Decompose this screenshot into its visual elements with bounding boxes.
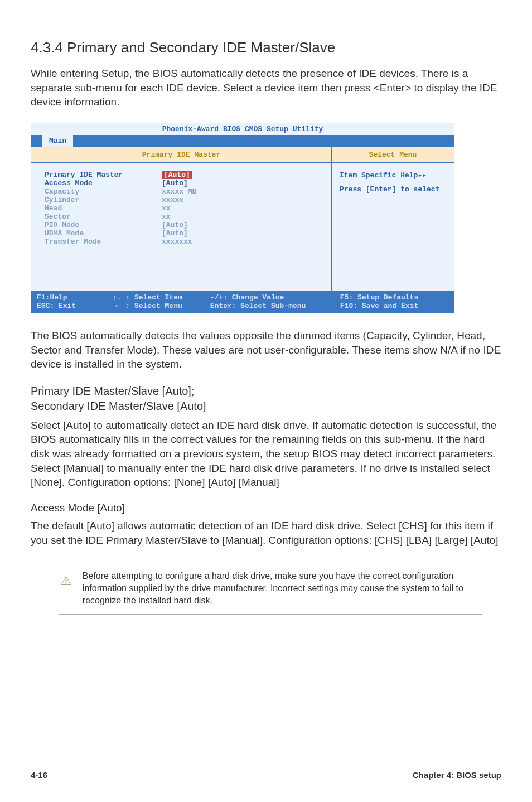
bios-key-help: F1:Help xyxy=(37,293,113,302)
bios-row: PIO Mode[Auto] xyxy=(45,221,318,229)
bios-row-value: [Auto] xyxy=(162,229,188,238)
intro-paragraph: While entering Setup, the BIOS automatic… xyxy=(31,66,501,109)
bios-row: Primary IDE Master[Auto] xyxy=(45,171,318,179)
bios-row: Cylinderxxxxx xyxy=(45,196,318,204)
bios-row-value: xx xyxy=(162,204,171,212)
bios-footer: F1:Help ESC: Exit ↑↓ : Select Item →← : … xyxy=(31,291,454,312)
bios-panel-title: Primary IDE Master xyxy=(31,147,331,162)
bios-help-text: Press [Enter] to select xyxy=(340,185,446,194)
warning-icon xyxy=(61,570,71,591)
bios-tab-row: Main xyxy=(31,135,454,147)
bios-row: Sector xx xyxy=(45,212,318,221)
bios-row-label: Sector xyxy=(45,212,162,221)
bios-key-select-menu: →← : Select Menu xyxy=(113,302,210,310)
bios-row-label: Capacity xyxy=(45,187,162,196)
bios-row: Capacityxxxxx MB xyxy=(45,187,318,196)
note-box: Before attempting to configure a hard di… xyxy=(59,562,482,615)
section-primary-ide-heading: Primary IDE Master/Slave [Auto];Secondar… xyxy=(31,384,501,414)
bios-row-value: [Auto] xyxy=(162,221,188,229)
bios-key-save: F10: Save and Exit xyxy=(340,302,448,310)
svg-point-2 xyxy=(65,583,66,584)
section-heading: 4.3.4 Primary and Secondary IDE Master/S… xyxy=(31,39,501,56)
bios-key-defaults: F5: Setup Defaults xyxy=(340,293,448,302)
bios-row-value: xxxxx MB xyxy=(162,187,196,196)
bios-row-value: [Auto] xyxy=(162,179,188,187)
bios-row-label: Access Mode xyxy=(45,179,162,187)
bios-row-value: xx xyxy=(162,212,171,221)
paragraph-after-bios: The BIOS automatically detects the value… xyxy=(31,328,501,371)
section-access-mode-text: The default [Auto] allows automatic dete… xyxy=(31,519,501,547)
bios-row: Access Mode[Auto] xyxy=(45,179,318,187)
bios-help-title: Item Specific Help xyxy=(340,171,446,180)
bios-row-label: Transfer Mode xyxy=(45,238,162,246)
bios-row-label: UDMA Mode xyxy=(45,229,162,238)
page-number: 4-16 xyxy=(31,770,47,780)
bios-key-exit: ESC: Exit xyxy=(37,302,113,310)
bios-row-value: [Auto] xyxy=(162,171,192,179)
page-chapter: Chapter 4: BIOS setup xyxy=(413,770,501,780)
bios-row-label: Cylinder xyxy=(45,196,162,204)
bios-help-panel: Item Specific Help Press [Enter] to sele… xyxy=(331,163,454,291)
bios-tab-main: Main xyxy=(42,135,73,147)
bios-row-label: PIO Mode xyxy=(45,221,162,229)
bios-row-value: xxxxxxx xyxy=(162,238,192,246)
bios-row-label: Head xyxy=(45,204,162,212)
bios-select-menu: Select Menu xyxy=(331,147,454,162)
bios-row: Transfer Modexxxxxxx xyxy=(45,238,318,246)
bios-row: UDMA Mode[Auto] xyxy=(45,229,318,238)
bios-row: Head xx xyxy=(45,204,318,212)
bios-title: Phoenix-Award BIOS CMOS Setup Utility xyxy=(31,123,454,135)
bios-key-select-item: ↑↓ : Select Item xyxy=(113,293,210,302)
bios-key-submenu: Enter: Select Sub-menu xyxy=(210,302,340,310)
bios-row-value: xxxxx xyxy=(162,196,183,204)
section-primary-ide-text: Select [Auto] to automatically detect an… xyxy=(31,418,501,490)
note-text: Before attempting to configure a hard di… xyxy=(83,570,480,606)
bios-key-change-value: -/+: Change Value xyxy=(210,293,340,302)
bios-settings-list: Primary IDE Master[Auto]Access Mode[Auto… xyxy=(31,163,331,291)
section-access-mode-heading: Access Mode [Auto] xyxy=(31,502,501,514)
bios-screenshot: Phoenix-Award BIOS CMOS Setup Utility Ma… xyxy=(31,123,454,313)
bios-row-label: Primary IDE Master xyxy=(45,171,162,179)
